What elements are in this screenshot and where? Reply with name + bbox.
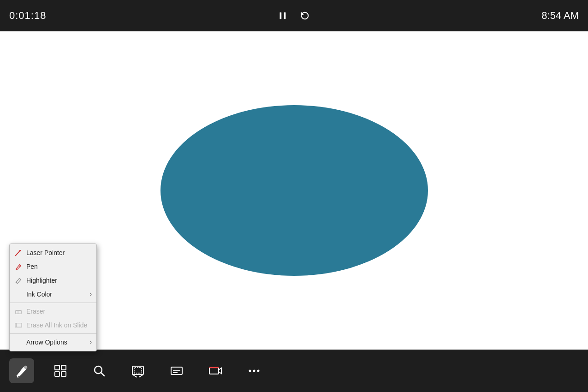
slide-ellipse: [160, 105, 428, 276]
timer: 0:01:18: [9, 10, 46, 22]
svg-rect-15: [55, 372, 59, 376]
menu-item-highlighter[interactable]: Highlighter: [10, 273, 96, 287]
arrow-options-icon: [14, 338, 23, 346]
separator-2: [10, 333, 96, 334]
pointer-button[interactable]: [125, 358, 150, 383]
erase-all-icon: [14, 321, 23, 329]
menu-item-pen[interactable]: Pen: [10, 260, 96, 273]
top-controls: [275, 8, 312, 23]
menu-item-laser-pointer[interactable]: Laser Pointer: [10, 246, 96, 260]
camera-button[interactable]: [203, 358, 228, 383]
top-bar: 0:01:18 8:54 AM: [0, 0, 588, 31]
svg-rect-22: [134, 368, 142, 373]
pen-label: Pen: [26, 263, 38, 270]
grid-button[interactable]: [48, 358, 73, 383]
svg-rect-0: [280, 12, 282, 19]
svg-rect-16: [61, 372, 66, 376]
svg-rect-1: [284, 12, 286, 19]
eraser-label: Eraser: [26, 308, 45, 315]
pen-icon: [14, 262, 23, 271]
highlighter-label: Highlighter: [26, 277, 57, 284]
svg-line-4: [19, 265, 20, 267]
svg-line-18: [101, 373, 104, 376]
subtitles-button[interactable]: [164, 358, 189, 383]
ink-color-chevron: ›: [90, 291, 92, 297]
svg-rect-7: [16, 310, 21, 314]
svg-rect-26: [209, 368, 219, 374]
svg-point-28: [249, 370, 251, 372]
erase-all-label: Erase All Ink on Slide: [26, 321, 87, 329]
svg-point-30: [257, 370, 260, 372]
svg-point-29: [253, 370, 255, 372]
bottom-toolbar: [0, 350, 588, 392]
search-button[interactable]: [87, 358, 112, 383]
svg-rect-14: [61, 365, 66, 370]
highlighter-icon: [14, 276, 23, 285]
separator-1: [10, 303, 96, 303]
svg-rect-9: [15, 323, 22, 327]
laser-pointer-label: Laser Pointer: [26, 249, 65, 256]
arrow-options-chevron: ›: [90, 339, 92, 345]
menu-item-erase-all[interactable]: Erase All Ink on Slide: [10, 318, 96, 332]
more-button[interactable]: [242, 358, 267, 383]
svg-point-3: [19, 250, 21, 252]
menu-item-eraser[interactable]: Eraser: [10, 304, 96, 318]
svg-rect-13: [55, 365, 59, 370]
pen-tool-button[interactable]: [9, 358, 34, 383]
context-menu: Laser Pointer Pen Highlighter Ink Color …: [9, 244, 97, 351]
ink-color-label: Ink Color: [26, 291, 52, 298]
svg-line-2: [16, 251, 20, 255]
menu-item-ink-color[interactable]: Ink Color ›: [10, 287, 96, 301]
eraser-icon: [14, 307, 23, 315]
reset-button[interactable]: [297, 8, 312, 23]
arrow-options-label: Arrow Options: [26, 339, 67, 346]
pause-button[interactable]: [275, 8, 290, 23]
menu-item-arrow-options[interactable]: Arrow Options ›: [10, 335, 96, 349]
clock: 8:54 AM: [541, 10, 579, 22]
laser-pointer-icon: [14, 249, 23, 257]
svg-line-6: [17, 283, 17, 284]
ink-color-icon: [14, 290, 23, 298]
